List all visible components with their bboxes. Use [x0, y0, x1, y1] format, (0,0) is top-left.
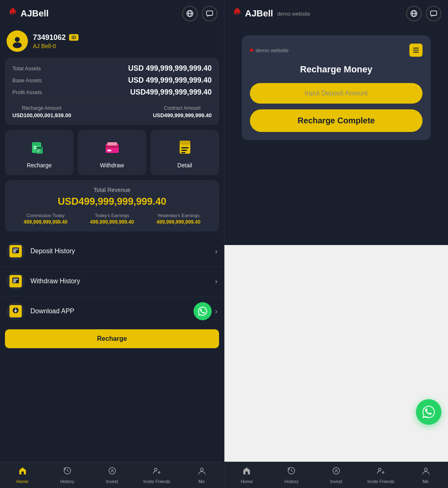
svg-rect-30	[13, 282, 16, 282]
deposit-amount-input[interactable]	[250, 83, 423, 104]
left-nav-me-label: Me	[199, 479, 205, 484]
svg-point-46	[333, 467, 339, 474]
todays-earnings-block: Today's Earnings 499,999,999,999.40	[79, 213, 145, 225]
svg-rect-17	[107, 142, 117, 146]
modal-menu-button[interactable]	[409, 44, 423, 57]
avatar	[7, 30, 28, 52]
left-nav-invest[interactable]: Invest	[90, 462, 134, 488]
modal-title: Recharge Money	[250, 64, 423, 75]
right-nav-invest-label: Invest	[330, 479, 342, 484]
download-app-item[interactable]: Download APP ›	[0, 296, 224, 326]
right-nav-me[interactable]: Me	[403, 462, 448, 488]
profit-assets-label: Profit Assets	[12, 89, 42, 95]
detail-label: Detail	[178, 162, 192, 169]
left-nav-me[interactable]: Me	[179, 462, 224, 488]
deposit-history-icon-circle	[7, 242, 25, 260]
right-me-icon	[421, 466, 430, 477]
svg-rect-24	[13, 249, 18, 250]
left-logo-text: AJBell	[21, 8, 48, 19]
right-history-icon	[287, 466, 296, 477]
todays-earnings-value: 499,999,999,999.40	[90, 219, 134, 225]
recharge-modal: demo website Recharge Money Recharge Com…	[242, 35, 431, 140]
total-assets-value: USD 499,999,999,999.40	[128, 64, 212, 73]
svg-rect-19	[180, 141, 190, 145]
recharge-amount-value: USD100,000,001,939.00	[12, 112, 71, 118]
user-info: 73491062 ID AJ Bell-0	[33, 33, 79, 49]
revenue-card: Total Revenue USD499,999,999,999.40 Comm…	[5, 180, 219, 231]
right-logo-subtitle: demo website	[277, 11, 310, 17]
right-nav-invite-label: Invite Friends	[367, 479, 395, 484]
right-nav-history[interactable]: History	[269, 462, 314, 488]
svg-rect-42	[413, 50, 419, 51]
left-nav-home[interactable]: Home	[0, 462, 45, 488]
right-nav-invite[interactable]: Invite Friends	[358, 462, 403, 488]
svg-rect-9	[34, 148, 37, 149]
bottom-recharge-button[interactable]: Recharge	[5, 329, 219, 348]
total-assets-label: Total Assets	[12, 65, 41, 72]
svg-rect-25	[13, 250, 16, 251]
right-nav-home-label: Home	[241, 479, 253, 484]
download-app-icon-circle	[7, 302, 25, 320]
right-bottom-nav: Home History Invest	[224, 462, 448, 488]
total-assets-row: Total Assets USD 499,999,999,999.40	[12, 64, 212, 73]
withdraw-history-item[interactable]: Withdraw History ›	[0, 266, 224, 296]
svg-rect-3	[207, 11, 213, 16]
contract-amount-value: USD499,999,999,999.40	[153, 112, 212, 118]
svg-rect-7	[33, 143, 40, 145]
left-panel: AJBell	[0, 0, 224, 488]
left-scrollable: Total Assets USD 499,999,999,999.40 Base…	[0, 58, 224, 462]
me-icon	[197, 466, 206, 477]
amounts-row: Recharge Amount USD100,000,001,939.00 Co…	[12, 105, 212, 118]
left-message-button[interactable]	[202, 6, 217, 21]
recharge-complete-button[interactable]: Recharge Complete	[250, 109, 423, 132]
deposit-history-icon	[9, 245, 22, 257]
home-icon	[18, 466, 27, 477]
left-nav-invest-label: Invest	[106, 479, 118, 484]
svg-point-4	[15, 37, 20, 42]
right-whatsapp-fab[interactable]	[416, 399, 441, 425]
svg-rect-20	[181, 147, 189, 148]
right-header-icons	[406, 6, 441, 21]
revenue-title: Total Revenue	[12, 187, 212, 193]
left-nav-home-label: Home	[16, 479, 28, 484]
right-globe-button[interactable]	[406, 6, 422, 21]
right-nav-me-label: Me	[423, 479, 429, 484]
right-nav-home[interactable]: Home	[224, 462, 269, 488]
deposit-history-item[interactable]: Deposit History ›	[0, 236, 224, 266]
yesterdays-earnings-value: 499,999,999,999.40	[157, 219, 201, 225]
badge-dot	[250, 49, 253, 52]
right-panel: AJBell demo website	[224, 0, 448, 488]
modal-header-row: demo website	[250, 44, 423, 57]
profit-assets-row: Profit Assets USD499,999,999,999.40	[12, 88, 212, 97]
id-badge: ID	[69, 34, 79, 41]
commission-today-label: Commission Today	[26, 213, 65, 218]
right-message-button[interactable]	[426, 6, 441, 21]
contract-amount-block: Contract Amount USD499,999,999,999.40	[153, 105, 212, 118]
right-invest-icon	[332, 466, 341, 477]
left-nav-history-label: History	[60, 479, 74, 484]
commission-today-value: 499,999,999,999.40	[23, 219, 67, 225]
svg-point-35	[155, 468, 157, 471]
download-app-text: Download APP	[30, 308, 188, 315]
user-row: 73491062 ID AJ Bell-0	[0, 27, 224, 58]
profit-assets-value: USD499,999,999,999.40	[130, 88, 212, 97]
base-assets-value: USD 499,999,999,999.40	[128, 76, 212, 85]
left-globe-button[interactable]	[182, 6, 198, 21]
recharge-button[interactable]: Recharge	[5, 130, 74, 175]
svg-rect-44	[245, 472, 248, 474]
user-id-row: 73491062 ID	[33, 33, 79, 42]
whatsapp-icon	[194, 302, 212, 320]
withdraw-button[interactable]: Withdraw	[78, 130, 146, 175]
history-icon	[63, 466, 72, 477]
left-logo: AJBell	[7, 7, 48, 20]
right-home-icon	[242, 466, 251, 477]
left-header: AJBell	[0, 0, 224, 27]
left-nav-history[interactable]: History	[45, 462, 90, 488]
left-nav-invite[interactable]: Invite Friends	[134, 462, 179, 488]
svg-rect-43	[413, 52, 419, 53]
withdraw-history-text: Withdraw History	[30, 278, 209, 285]
svg-rect-22	[181, 152, 185, 153]
detail-button[interactable]: Detail	[150, 130, 219, 175]
recharge-icon	[29, 136, 50, 158]
right-nav-invest[interactable]: Invest	[314, 462, 359, 488]
